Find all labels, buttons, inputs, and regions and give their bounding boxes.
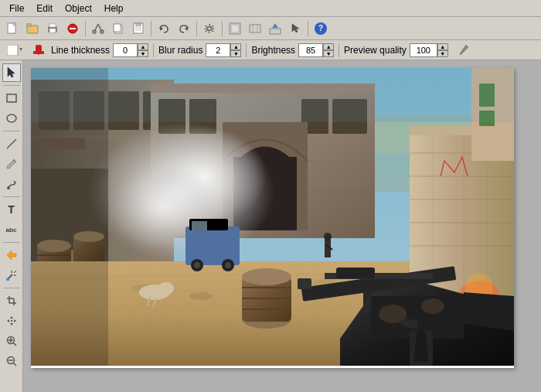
menu-file[interactable]: File <box>3 2 30 15</box>
blur-radius-label: Blur radius <box>158 45 202 56</box>
settings-button[interactable] <box>200 19 219 38</box>
move-tool[interactable] <box>2 312 21 330</box>
zoom-in-tool[interactable] <box>2 332 21 350</box>
blur-radius-down[interactable]: ▼ <box>230 50 241 57</box>
menu-help[interactable]: Help <box>98 2 130 15</box>
svg-rect-14 <box>114 24 121 32</box>
help-button[interactable]: ? <box>311 19 330 38</box>
print-button[interactable] <box>43 19 62 38</box>
svg-marker-52 <box>7 319 9 322</box>
main-area: T abc <box>0 60 541 392</box>
svg-point-109 <box>242 268 291 285</box>
brightness-label: Brightness <box>251 45 295 56</box>
color-marker-tool[interactable] <box>2 246 21 264</box>
svg-marker-41 <box>7 251 16 260</box>
svg-rect-1 <box>13 23 15 26</box>
frame1-button[interactable] <box>226 19 244 38</box>
frame2-button[interactable] <box>246 19 264 38</box>
game-scene-svg <box>31 68 514 366</box>
line-thickness-spinner: ▲ ▼ <box>113 43 148 58</box>
brush-tool[interactable] <box>2 175 21 193</box>
svg-marker-21 <box>185 26 188 31</box>
svg-point-22 <box>208 26 212 30</box>
svg-line-38 <box>7 139 16 148</box>
svg-rect-131 <box>185 227 240 265</box>
blur-radius-up[interactable]: ▲ <box>230 43 241 50</box>
svg-line-60 <box>13 363 16 366</box>
svg-line-56 <box>13 343 16 346</box>
cut-button[interactable] <box>89 19 107 38</box>
svg-rect-16 <box>136 23 141 26</box>
svg-rect-3 <box>27 24 31 26</box>
svg-marker-51 <box>10 323 13 326</box>
sep1 <box>85 21 86 36</box>
svg-rect-25 <box>250 25 260 32</box>
zoom-out-tool[interactable] <box>2 352 21 370</box>
svg-point-37 <box>7 114 16 122</box>
undo-button[interactable] <box>155 19 173 38</box>
paste-button[interactable] <box>129 19 148 38</box>
redo-button[interactable] <box>175 19 193 38</box>
text-tool[interactable]: T <box>2 200 21 219</box>
opt-sep2 <box>246 43 247 57</box>
svg-rect-28 <box>270 29 281 34</box>
preview-quality-down[interactable]: ▼ <box>437 50 448 57</box>
brightness-input[interactable] <box>298 43 323 57</box>
svg-point-105 <box>189 292 213 300</box>
svg-marker-53 <box>14 319 16 322</box>
line-thickness-down[interactable]: ▼ <box>138 50 148 57</box>
svg-marker-31 <box>19 48 22 51</box>
opt-sep1 <box>153 43 154 57</box>
magic-wand-tool[interactable] <box>2 266 21 285</box>
svg-rect-33 <box>36 45 42 52</box>
rectangle-tool[interactable] <box>2 89 21 107</box>
svg-point-145 <box>421 298 444 314</box>
abc-tool[interactable]: abc <box>2 220 21 239</box>
pencil-tool[interactable] <box>2 155 21 173</box>
left-sep1 <box>3 85 20 86</box>
canvas-container <box>31 68 514 368</box>
menu-object[interactable]: Object <box>59 2 98 15</box>
left-toolbar: T abc <box>0 60 23 392</box>
svg-rect-36 <box>7 94 16 102</box>
line-thickness-input[interactable] <box>113 43 138 57</box>
preview-quality-spinner: ▲ ▼ <box>410 43 448 58</box>
help-icon: ? <box>315 22 327 35</box>
preview-quality-input[interactable] <box>410 43 437 57</box>
color-picker-button[interactable] <box>29 41 48 60</box>
left-sep2 <box>3 131 20 131</box>
left-sep3 <box>3 196 20 197</box>
svg-rect-6 <box>49 24 56 27</box>
open-button[interactable] <box>23 19 42 38</box>
svg-rect-5 <box>49 29 56 32</box>
brightness-spinner: ▲ ▼ <box>298 43 334 58</box>
eyedropper-button[interactable] <box>454 41 473 60</box>
svg-rect-133 <box>192 221 207 230</box>
stop-button[interactable] <box>63 19 82 38</box>
cursor-tool-button[interactable] <box>286 19 305 38</box>
new-button[interactable] <box>3 19 22 38</box>
svg-marker-50 <box>10 316 13 319</box>
svg-point-137 <box>225 262 231 268</box>
sep3 <box>196 21 197 36</box>
copy-button[interactable] <box>109 19 128 38</box>
menu-edit[interactable]: Edit <box>30 2 59 15</box>
sep2 <box>151 21 151 36</box>
canvas-area[interactable] <box>23 60 541 392</box>
svg-rect-54 <box>11 320 12 322</box>
preview-quality-label: Preview quality <box>344 45 407 56</box>
brightness-up[interactable]: ▲ <box>323 43 334 50</box>
tool-preset-selector[interactable] <box>3 41 26 60</box>
line-tool[interactable] <box>2 135 21 153</box>
ellipse-tool[interactable] <box>2 109 21 128</box>
blur-radius-input[interactable] <box>206 43 230 57</box>
sep5 <box>308 21 308 36</box>
select-tool[interactable] <box>2 63 21 82</box>
brightness-down[interactable]: ▼ <box>323 50 334 57</box>
export-button[interactable] <box>266 19 284 38</box>
crop-tool[interactable] <box>2 291 21 310</box>
line-thickness-up[interactable]: ▲ <box>138 43 148 50</box>
preview-quality-up[interactable]: ▲ <box>437 43 448 50</box>
line-thickness-spinbtns: ▲ ▼ <box>138 43 148 57</box>
left-sep4 <box>3 242 20 243</box>
